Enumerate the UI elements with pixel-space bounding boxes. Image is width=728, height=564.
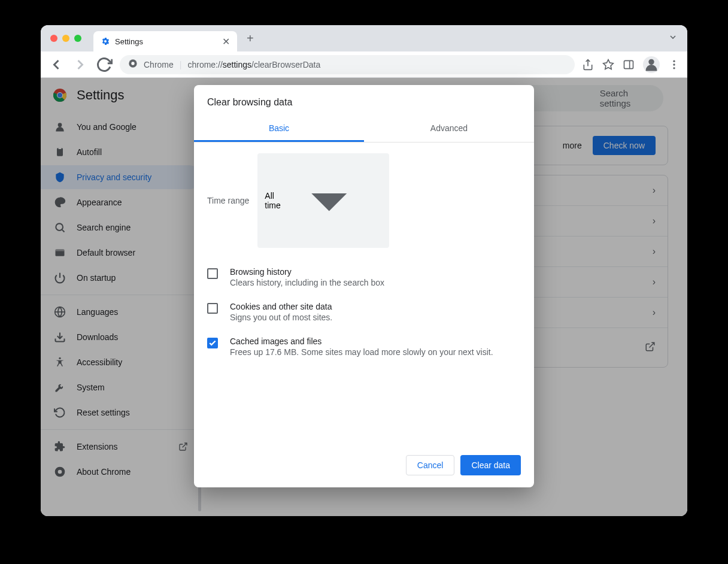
- share-icon[interactable]: [582, 59, 594, 71]
- time-range-value: All time: [265, 191, 287, 210]
- checkbox-1[interactable]: [207, 303, 218, 314]
- tab-title: Settings: [115, 37, 217, 46]
- clear-data-button[interactable]: Clear data: [460, 455, 521, 475]
- omnibox-url: chrome://settings/clearBrowserData: [187, 60, 320, 69]
- svg-marker-3: [603, 59, 614, 69]
- svg-rect-4: [624, 60, 633, 68]
- cancel-button[interactable]: Cancel: [406, 455, 455, 475]
- dialog-title: Clear browsing data: [194, 85, 534, 116]
- dialog-body: Time range All time Browsing history Cle…: [194, 142, 534, 375]
- clear-option-row: Cached images and files Frees up 17.6 MB…: [207, 329, 521, 364]
- option-sub: Signs you out of most sites.: [230, 313, 332, 322]
- menu-button[interactable]: [668, 59, 680, 71]
- option-title: Cookies and other site data: [230, 302, 332, 311]
- new-tab-button[interactable]: +: [247, 32, 254, 46]
- browser-window: Settings ✕ + Chrome | chrome://settings/…: [41, 25, 687, 516]
- option-sub: Frees up 17.6 MB. Some sites may load mo…: [230, 347, 493, 357]
- option-title: Cached images and files: [230, 336, 493, 346]
- gear-icon: [101, 37, 110, 46]
- tab-advanced[interactable]: Advanced: [364, 116, 534, 142]
- dialog-tabs: Basic Advanced: [194, 116, 534, 142]
- svg-point-9: [673, 67, 675, 69]
- toolbar-actions: [582, 56, 680, 73]
- time-range-select[interactable]: All time: [257, 153, 389, 248]
- option-sub: Clears history, including in the search …: [230, 278, 384, 287]
- tabs-dropdown-button[interactable]: [668, 32, 678, 44]
- maximize-window-button[interactable]: [74, 35, 81, 42]
- checkbox-0[interactable]: [207, 268, 218, 279]
- svg-point-1: [131, 62, 134, 65]
- checkbox-2[interactable]: [207, 338, 218, 348]
- back-button[interactable]: [48, 56, 65, 73]
- time-range-label: Time range: [207, 196, 249, 205]
- reload-button[interactable]: [96, 56, 113, 73]
- tab-basic[interactable]: Basic: [194, 116, 364, 142]
- titlebar: Settings ✕ +: [41, 25, 687, 51]
- svg-point-8: [673, 63, 675, 65]
- profile-button[interactable]: [643, 56, 660, 73]
- svg-point-7: [673, 60, 675, 62]
- browser-tab[interactable]: Settings ✕: [93, 31, 237, 51]
- option-title: Browsing history: [230, 267, 384, 277]
- chrome-icon: [128, 59, 138, 70]
- svg-point-6: [648, 59, 654, 64]
- clear-option-row: Browsing history Clears history, includi…: [207, 260, 521, 295]
- bookmark-icon[interactable]: [602, 59, 614, 71]
- dropdown-icon: [287, 158, 372, 243]
- close-tab-button[interactable]: ✕: [222, 36, 230, 47]
- traffic-lights: [50, 35, 81, 42]
- side-panel-icon[interactable]: [623, 59, 635, 71]
- minimize-window-button[interactable]: [62, 35, 69, 42]
- omnibox[interactable]: Chrome | chrome://settings/clearBrowserD…: [120, 55, 575, 74]
- close-window-button[interactable]: [50, 35, 57, 42]
- forward-button[interactable]: [72, 56, 89, 73]
- clear-option-row: Cookies and other site data Signs you ou…: [207, 295, 521, 329]
- dialog-actions: Cancel Clear data: [194, 447, 534, 487]
- omnibox-scheme: Chrome: [144, 60, 174, 69]
- clear-browsing-data-dialog: Clear browsing data Basic Advanced Time …: [194, 85, 534, 487]
- toolbar: Chrome | chrome://settings/clearBrowserD…: [41, 51, 687, 78]
- svg-marker-33: [311, 193, 347, 211]
